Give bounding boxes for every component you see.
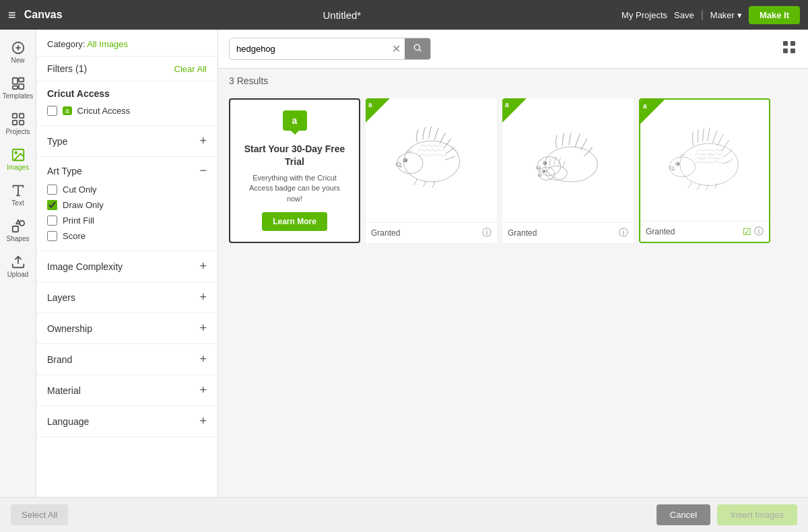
type-section-header[interactable]: Type + (36, 126, 217, 156)
svg-point-29 (396, 163, 401, 166)
image-card-2[interactable]: a (502, 98, 634, 243)
sidebar-item-text[interactable]: Text (0, 178, 36, 212)
search-go-button[interactable] (405, 38, 430, 59)
make-it-button[interactable]: Make It (749, 6, 800, 24)
svg-point-28 (405, 160, 406, 161)
plus-icon: + (199, 134, 207, 148)
cricut-access-row: a Cricut Access (47, 106, 207, 116)
draw-only-label[interactable]: Draw Only (63, 200, 104, 210)
ownership-section: Ownership + (36, 313, 217, 344)
search-icon (413, 43, 422, 53)
layers-section: Layers + (36, 282, 217, 313)
cricut-badge-text: a (643, 102, 647, 110)
sidebar-item-label: Text (11, 199, 24, 207)
draw-only-checkbox[interactable] (47, 200, 57, 210)
score-checkbox[interactable] (47, 231, 57, 241)
image-card-1[interactable]: a (366, 98, 497, 243)
search-input[interactable] (230, 39, 388, 59)
category-value[interactable]: All Images (87, 39, 128, 49)
hedgehog-image-3 (661, 113, 749, 201)
sidebar-item-images[interactable]: Images (0, 142, 36, 176)
svg-line-20 (419, 50, 422, 52)
print-fill-checkbox[interactable] (47, 215, 57, 226)
layers-header[interactable]: Layers + (36, 282, 217, 312)
art-type-score: Score (47, 231, 207, 241)
svg-point-41 (700, 155, 704, 160)
print-fill-label[interactable]: Print Fill (63, 215, 94, 226)
filter-header: Filters (1) Clear All (36, 57, 217, 81)
category-bar: Category: All Images (36, 30, 217, 57)
svg-rect-15 (12, 226, 18, 232)
svg-point-36 (538, 167, 554, 180)
image-complexity-header[interactable]: Image Complexity + (36, 251, 217, 281)
hedgehog-image-1 (388, 112, 475, 199)
document-title: Untitled* (63, 9, 622, 21)
cut-only-checkbox[interactable] (47, 185, 57, 195)
icon-nav: New Templates Projects Images Text Shape… (0, 30, 36, 497)
sidebar-item-shapes[interactable]: Shapes (0, 213, 36, 248)
sidebar-item-templates[interactable]: Templates (0, 71, 36, 105)
svg-point-38 (543, 171, 544, 172)
search-clear-button[interactable]: ✕ (388, 42, 405, 55)
results-count: 3 Results (218, 69, 808, 93)
svg-rect-9 (12, 121, 16, 125)
promo-badge-text: a (292, 115, 298, 126)
cancel-button[interactable]: Cancel (656, 504, 710, 525)
svg-point-12 (15, 152, 17, 154)
sidebar-item-new[interactable]: New (0, 35, 36, 69)
sidebar-item-upload[interactable]: Upload (0, 249, 36, 284)
art-type-header[interactable]: Art Type − (47, 164, 207, 178)
brand-section: Brand + (36, 344, 217, 375)
clear-all-button[interactable]: Clear All (174, 64, 207, 74)
art-type-section: Art Type − Cut Only Draw Only Print Fill (36, 157, 217, 251)
my-projects-button[interactable]: My Projects (621, 10, 667, 20)
material-header[interactable]: Material + (36, 375, 217, 405)
sidebar-item-projects[interactable]: Projects (0, 106, 36, 141)
plus-icon: + (199, 259, 207, 273)
image-card-footer-3: Granted ☑ ⓘ (640, 221, 769, 242)
check-icon-3[interactable]: ☑ (743, 226, 751, 237)
cricut-badge-text: a (505, 101, 509, 108)
material-title: Material (47, 385, 81, 396)
text-icon (11, 183, 26, 198)
topbar-right: My Projects Save | Maker ▾ Make It (621, 6, 800, 24)
image-label-1: Granted (371, 228, 400, 238)
save-button[interactable]: Save (674, 10, 694, 20)
svg-rect-22 (790, 41, 795, 46)
image-card-icons-1: ⓘ (482, 227, 492, 239)
brand-header[interactable]: Brand + (36, 344, 217, 374)
image-card-footer-2: Granted ⓘ (502, 222, 634, 243)
language-header[interactable]: Language + (36, 406, 217, 436)
cricut-access-checkbox[interactable] (47, 106, 57, 116)
promo-card: a Start Your 30-Day Free Trial Everythin… (229, 98, 360, 243)
search-input-wrap: ✕ (229, 38, 431, 60)
art-type-print-fill: Print Fill (47, 215, 207, 226)
score-label[interactable]: Score (63, 231, 86, 241)
ownership-header[interactable]: Ownership + (36, 313, 217, 343)
cut-only-label[interactable]: Cut Only (63, 185, 97, 195)
maker-label: Maker (710, 10, 735, 20)
image-grid: a Start Your 30-Day Free Trial Everythin… (218, 93, 808, 497)
shapes-icon (11, 219, 26, 234)
filters-title: Filters (1) (47, 63, 87, 74)
menu-icon[interactable]: ≡ (8, 7, 16, 23)
minus-icon: − (199, 164, 207, 178)
info-icon-1[interactable]: ⓘ (482, 227, 492, 239)
type-section: Type + (36, 126, 217, 157)
svg-rect-5 (18, 84, 23, 89)
maker-dropdown[interactable]: Maker ▾ (710, 10, 742, 20)
svg-point-19 (414, 44, 419, 50)
sidebar-item-label: New (11, 57, 24, 64)
image-card-3[interactable]: a (639, 98, 770, 243)
content-area: ✕ 3 Results a Start Your 30-Day Free Tri… (218, 30, 808, 497)
grid-toggle-button[interactable] (781, 39, 797, 59)
art-type-draw-only: Draw Only (47, 200, 207, 210)
svg-point-34 (536, 166, 540, 168)
plus-icon: + (199, 352, 207, 366)
plus-icon: + (199, 321, 207, 335)
info-icon-2[interactable]: ⓘ (619, 227, 628, 239)
select-all-button[interactable]: Select All (11, 504, 68, 525)
cricut-badge-text: a (368, 101, 372, 108)
learn-more-button[interactable]: Learn More (262, 212, 327, 231)
info-icon-3[interactable]: ⓘ (754, 226, 764, 238)
